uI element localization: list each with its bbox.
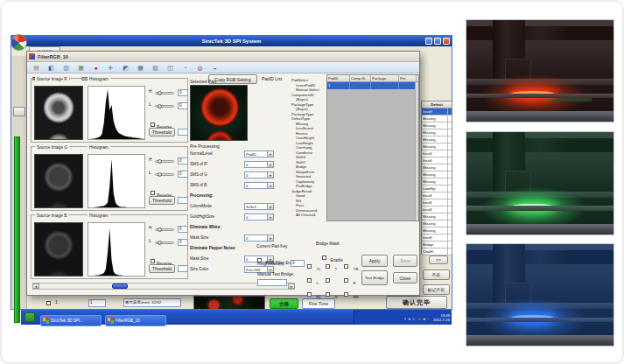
- threshold-value-field[interactable]: [178, 129, 188, 136]
- save-icon[interactable]: ◧: [47, 64, 55, 72]
- defect-row[interactable]: Missing: [422, 228, 452, 234]
- defect-row[interactable]: CoplH: [422, 248, 452, 256]
- reverse-checkbox[interactable]: [151, 122, 155, 127]
- tray-icon-2[interactable]: ●: [408, 316, 410, 321]
- threshold-value-field[interactable]: [178, 197, 188, 204]
- defect-row[interactable]: Missing: [422, 116, 452, 122]
- paste-icon[interactable]: ▦: [77, 64, 85, 72]
- tray-icon-3[interactable]: ●: [412, 316, 415, 321]
- image-icon[interactable]: ▧: [151, 64, 159, 72]
- preprocessing-dropdown[interactable]: 0 ▾: [244, 172, 274, 178]
- start-button[interactable]: [25, 312, 35, 322]
- open-icon[interactable]: ▤: [32, 64, 40, 72]
- defect-row[interactable]: Missing: [422, 178, 452, 186]
- slider-thumb[interactable]: [158, 241, 162, 245]
- column-header[interactable]: PadID: [327, 75, 350, 81]
- pass-button[interactable]: 合格: [270, 298, 298, 309]
- tree-item[interactable]: All Checked: [290, 213, 328, 218]
- low-value-field[interactable]: 0: [178, 102, 188, 109]
- low-value-field[interactable]: 0: [178, 171, 188, 178]
- column-header[interactable]: Package: [371, 75, 399, 81]
- taskbar-item[interactable]: SinicTek 3D SPI...: [40, 315, 102, 326]
- copy-icon[interactable]: ▥: [62, 64, 70, 72]
- ng-button[interactable]: 不良: [423, 270, 450, 280]
- slider-thumb[interactable]: [158, 228, 162, 232]
- preprocessing-dropdown[interactable]: 3x3x3 ▾: [244, 203, 274, 210]
- record-icon[interactable]: ●: [92, 64, 100, 72]
- save-button[interactable]: Save: [393, 255, 417, 267]
- low-slider[interactable]: [155, 242, 174, 244]
- defect-row[interactable]: LowHgt: [422, 186, 452, 192]
- slider-thumb[interactable]: [158, 159, 162, 164]
- defect-row[interactable]: Missing: [422, 122, 452, 130]
- help-icon[interactable]: ◒: [211, 64, 219, 72]
- defect-row[interactable]: Insuff: [422, 158, 452, 164]
- maximize-button[interactable]: [434, 38, 441, 45]
- slider-thumb[interactable]: [158, 172, 162, 177]
- tray-icon-4[interactable]: ▲: [417, 316, 421, 321]
- high-value-field[interactable]: 0: [178, 226, 188, 233]
- low-slider[interactable]: [155, 173, 174, 176]
- defect-row[interactable]: Missing: [422, 130, 452, 136]
- preprocessing-dropdown[interactable]: PadID ▾: [244, 150, 274, 158]
- defect-row[interactable]: Insuff: [422, 150, 452, 158]
- defect-row[interactable]: Insuff: [422, 200, 452, 206]
- measure-icon[interactable]: ◔: [181, 64, 189, 72]
- layers-icon[interactable]: ◫: [166, 64, 174, 72]
- table-cell[interactable]: [371, 82, 399, 89]
- table-cell[interactable]: [350, 82, 371, 89]
- preprocessing-dropdown[interactable]: 0 ▾: [244, 234, 274, 242]
- apply-button[interactable]: Apply: [361, 255, 388, 267]
- defect-row[interactable]: Insuff: [422, 108, 452, 116]
- threshold-button[interactable]: Threshold: [149, 128, 175, 136]
- bridge-mask-checkbox[interactable]: [307, 292, 312, 297]
- defect-row[interactable]: Insuff: [422, 206, 452, 214]
- reverse-checkbox[interactable]: [151, 191, 155, 195]
- grid-icon[interactable]: ▦: [137, 64, 144, 72]
- status-field[interactable]: 1: [88, 299, 106, 307]
- tray-icon-6[interactable]: ▪: [427, 316, 429, 321]
- pan-icon[interactable]: ✛: [107, 64, 115, 72]
- table-scrollbar[interactable]: [415, 82, 418, 220]
- defect-row[interactable]: Missing: [422, 144, 452, 150]
- test-bridge-button[interactable]: Test Bridge: [361, 270, 388, 285]
- manual-test-bridge-field[interactable]: [257, 279, 287, 286]
- threshold-value-field[interactable]: [178, 265, 188, 272]
- defect-row[interactable]: Missing: [422, 214, 452, 220]
- preprocessing-dropdown[interactable]: 0 ▾: [244, 161, 274, 168]
- bridge-mask-checkbox[interactable]: [326, 264, 330, 269]
- bridge-mask-checkbox[interactable]: [326, 278, 330, 283]
- reverse-checkbox[interactable]: [151, 259, 155, 263]
- height-ratio-field[interactable]: 0: [291, 260, 305, 267]
- tray-icon-5[interactable]: ●: [423, 316, 425, 321]
- defect-row[interactable]: Bridge: [422, 242, 452, 248]
- defect-row[interactable]: Missing: [422, 220, 452, 228]
- high-slider[interactable]: [155, 92, 174, 94]
- palette-icon[interactable]: ◍: [196, 64, 204, 72]
- defect-row[interactable]: Insuff: [422, 192, 452, 200]
- status-checkbox[interactable]: [46, 301, 51, 305]
- scroll-right-icon[interactable]: ►: [288, 284, 295, 289]
- preprocessing-dropdown[interactable]: 0 ▾: [244, 182, 274, 189]
- table-cell[interactable]: [399, 82, 417, 89]
- preprocessing-dropdown[interactable]: 0 ▾: [244, 214, 274, 220]
- defect-row[interactable]: Missing: [422, 172, 452, 178]
- high-value-field[interactable]: 0: [178, 89, 188, 96]
- more-button[interactable]: >>: [429, 256, 448, 264]
- slider-thumb[interactable]: [158, 91, 162, 95]
- scroll-left-icon[interactable]: ◄: [32, 284, 39, 289]
- close-button[interactable]: [443, 38, 450, 45]
- low-slider[interactable]: [155, 105, 174, 108]
- defect-row[interactable]: Insuff: [422, 234, 452, 242]
- column-header[interactable]: Pin: [399, 75, 417, 81]
- bridge-mask-checkbox[interactable]: [344, 278, 348, 283]
- taskbar-item[interactable]: FilterRGB_10: [105, 315, 166, 326]
- confirm-complete-button[interactable]: 确认完毕: [386, 296, 447, 309]
- threshold-button[interactable]: Threshold: [149, 264, 175, 273]
- bridge-mask-checkbox[interactable]: [344, 292, 348, 297]
- mark-ng-button[interactable]: 标记不良: [423, 284, 450, 295]
- table-cell[interactable]: 1: [327, 82, 350, 89]
- threshold-button[interactable]: Threshold: [149, 196, 175, 205]
- minimize-button[interactable]: [425, 38, 432, 45]
- horizontal-scrollbar[interactable]: ◄ ►: [32, 283, 295, 290]
